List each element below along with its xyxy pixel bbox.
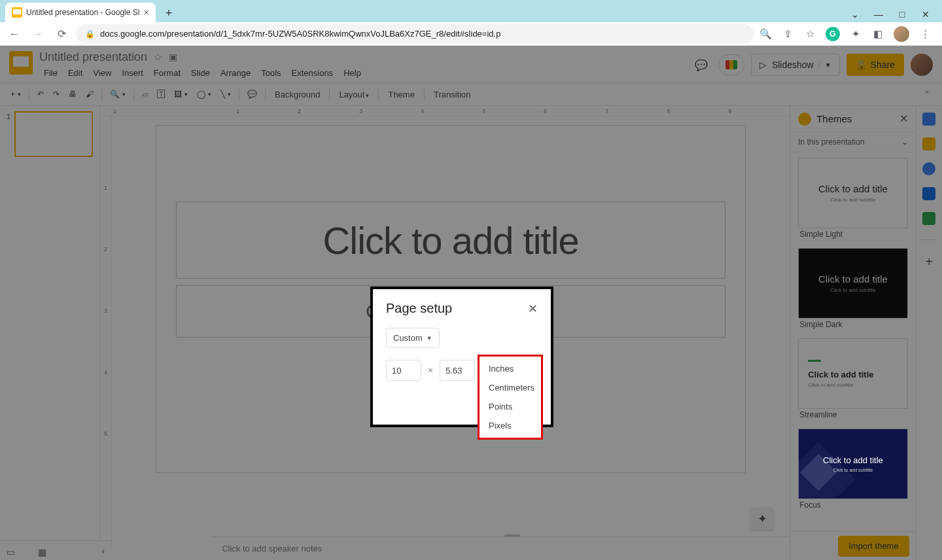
bookmark-icon[interactable]: ☆ [803,27,816,41]
dialog-close-icon[interactable]: ✕ [528,302,538,316]
dialog-title: Page setup [386,301,452,316]
browser-address-bar: ← → ⟳ 🔒 docs.google.com/presentation/d/1… [0,22,942,46]
chevron-down-icon[interactable]: ⌄ [849,9,861,20]
page-setup-dialog: Page setup ✕ Custom ▼ × Cancel Inches Ce… [370,287,553,427]
minimize-icon[interactable]: — [873,9,884,20]
back-button[interactable]: ← [5,25,24,43]
tab-title: Untitled presentation - Google Sl [26,8,139,17]
unit-option-pixels[interactable]: Pixels [480,416,541,435]
profile-avatar[interactable] [894,26,909,42]
url-field[interactable]: 🔒 docs.google.com/presentation/d/1_5dxk7… [76,24,754,44]
forward-button[interactable]: → [29,25,47,43]
width-input[interactable] [386,360,421,381]
chrome-menu-icon[interactable]: ⋮ [918,27,932,41]
share-url-icon[interactable]: ⇪ [781,27,794,41]
app-area: Untitled presentation ☆ ▣ File Edit View… [0,46,942,560]
height-input[interactable] [440,360,475,381]
slides-favicon [12,7,22,18]
reload-button[interactable]: ⟳ [52,25,71,43]
unit-option-inches[interactable]: Inches [480,359,541,378]
new-tab-button[interactable]: + [160,4,178,22]
unit-dropdown-menu: Inches Centimeters Points Pixels [478,355,543,440]
zoom-icon[interactable]: 🔍 [759,27,772,41]
sidepanel-icon[interactable]: ◧ [871,27,884,41]
browser-tab[interactable]: Untitled presentation - Google Sl × [5,3,156,22]
lock-icon: 🔒 [85,29,95,39]
url-text: docs.google.com/presentation/d/1_5dxk7mr… [100,29,500,39]
by-separator: × [428,365,433,376]
preset-label: Custom [393,333,423,343]
dropdown-arrow-icon: ▼ [427,335,432,341]
window-controls: ⌄ — □ ✕ [849,9,937,22]
extensions-icon[interactable]: ✦ [849,27,862,41]
page-size-preset-select[interactable]: Custom ▼ [386,328,440,348]
tab-close-icon[interactable]: × [144,7,149,18]
grammarly-icon[interactable]: G [826,27,840,41]
maximize-icon[interactable]: □ [896,9,908,20]
browser-tab-strip: Untitled presentation - Google Sl × + ⌄ … [0,0,942,22]
unit-option-points[interactable]: Points [480,397,541,416]
unit-option-centimeters[interactable]: Centimeters [480,378,541,397]
close-window-icon[interactable]: ✕ [920,9,932,20]
